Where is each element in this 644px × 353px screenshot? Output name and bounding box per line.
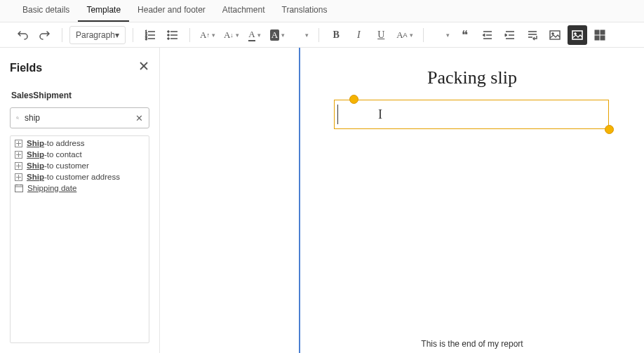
- underline-button[interactable]: U: [371, 25, 391, 45]
- field-ship-to-customer-address[interactable]: Ship-to customer address: [11, 171, 149, 182]
- font-color-button[interactable]: A▾: [245, 25, 264, 45]
- tab-basic-details[interactable]: Basic details: [14, 0, 78, 22]
- editor-toolbar: Paragraph ▾ 123 A↑▾ A↓▾ A▾ A▾ ▾ B I U AA…: [0, 22, 644, 48]
- align-button[interactable]: ▾: [290, 25, 311, 45]
- page-tabs: Basic details Template Header and footer…: [0, 0, 644, 22]
- image-button[interactable]: [545, 25, 565, 45]
- expand-icon: [15, 140, 22, 147]
- main-area: Fields SalesShipment ✕ Ship-to address S…: [0, 48, 644, 353]
- indent-button[interactable]: [500, 25, 520, 45]
- fields-search[interactable]: ✕: [10, 107, 149, 128]
- svg-point-38: [17, 117, 19, 119]
- toolbar-separator: [189, 28, 190, 42]
- svg-rect-15: [434, 31, 443, 39]
- ruler-column: [160, 48, 300, 353]
- paragraph-style-select[interactable]: Paragraph ▾: [69, 26, 126, 44]
- svg-rect-35: [601, 36, 605, 40]
- svg-text:3: 3: [145, 36, 147, 41]
- text-caret-icon: I: [378, 107, 382, 122]
- expand-icon: [15, 162, 22, 170]
- entity-name: SalesShipment: [10, 85, 149, 107]
- fields-list[interactable]: Ship-to address Ship-to contact Ship-to …: [10, 135, 149, 343]
- chevron-down-icon: ▾: [115, 30, 119, 40]
- toolbar-separator: [62, 28, 62, 42]
- svg-rect-33: [601, 30, 605, 34]
- highlight-color-button[interactable]: A▾: [267, 25, 288, 45]
- svg-rect-34: [595, 36, 599, 40]
- close-fields-button[interactable]: [138, 60, 149, 75]
- svg-point-29: [551, 32, 554, 34]
- font-format-button[interactable]: AA▾: [394, 25, 415, 45]
- svg-point-6: [168, 30, 170, 32]
- font-size-decrease-button[interactable]: A↓▾: [221, 25, 242, 45]
- fields-panel: Fields SalesShipment ✕ Ship-to address S…: [0, 48, 160, 353]
- text-cursor: [337, 105, 338, 124]
- blockquote-button[interactable]: ❝: [455, 25, 475, 45]
- text-box-button[interactable]: [568, 25, 587, 45]
- selected-text-box[interactable]: I: [334, 100, 609, 129]
- outdent-button[interactable]: [478, 25, 497, 45]
- search-icon: [16, 113, 19, 123]
- svg-rect-52: [15, 185, 23, 192]
- table-button[interactable]: ▾: [431, 25, 452, 45]
- toolbar-separator: [423, 28, 424, 42]
- font-size-increase-button[interactable]: A↑▾: [197, 25, 218, 45]
- tab-template[interactable]: Template: [78, 0, 129, 22]
- grid-button[interactable]: [590, 25, 610, 45]
- ordered-list-button[interactable]: 123: [140, 25, 160, 45]
- tab-translations[interactable]: Translations: [274, 0, 336, 22]
- calendar-icon: [15, 184, 23, 192]
- resize-handle-top[interactable]: [349, 95, 358, 104]
- field-ship-to-customer[interactable]: Ship-to customer: [11, 160, 149, 171]
- document-footer-text: This is the end of my report: [421, 339, 523, 349]
- resize-handle-bottom-right[interactable]: [605, 125, 614, 134]
- close-icon: [138, 60, 149, 72]
- document-canvas[interactable]: Packing slip I This is the end of my rep…: [300, 48, 644, 353]
- search-input[interactable]: [25, 113, 130, 123]
- clear-search-button[interactable]: ✕: [135, 113, 143, 124]
- fields-panel-title: Fields: [10, 62, 42, 74]
- svg-point-31: [574, 32, 576, 34]
- expand-icon: [15, 151, 22, 159]
- svg-rect-32: [595, 30, 599, 34]
- unordered-list-button[interactable]: [163, 25, 182, 45]
- redo-button[interactable]: [35, 25, 55, 45]
- document-title: Packing slip: [328, 67, 616, 88]
- bold-button[interactable]: B: [326, 25, 346, 45]
- toolbar-separator: [133, 28, 133, 42]
- undo-button[interactable]: [13, 25, 32, 45]
- svg-point-8: [168, 34, 170, 36]
- italic-button[interactable]: I: [349, 25, 368, 45]
- svg-point-10: [168, 37, 170, 39]
- text-box-container: I: [334, 100, 609, 129]
- tab-attachment[interactable]: Attachment: [214, 0, 274, 22]
- expand-icon: [15, 173, 22, 181]
- field-ship-to-address[interactable]: Ship-to address: [11, 138, 149, 149]
- field-shipping-date[interactable]: Shipping date: [11, 182, 149, 194]
- svg-line-39: [18, 119, 19, 119]
- paragraph-style-label: Paragraph: [76, 30, 115, 40]
- line-break-button[interactable]: [523, 25, 542, 45]
- field-ship-to-contact[interactable]: Ship-to contact: [11, 149, 149, 160]
- tab-header-footer[interactable]: Header and footer: [129, 0, 214, 22]
- toolbar-separator: [318, 28, 319, 42]
